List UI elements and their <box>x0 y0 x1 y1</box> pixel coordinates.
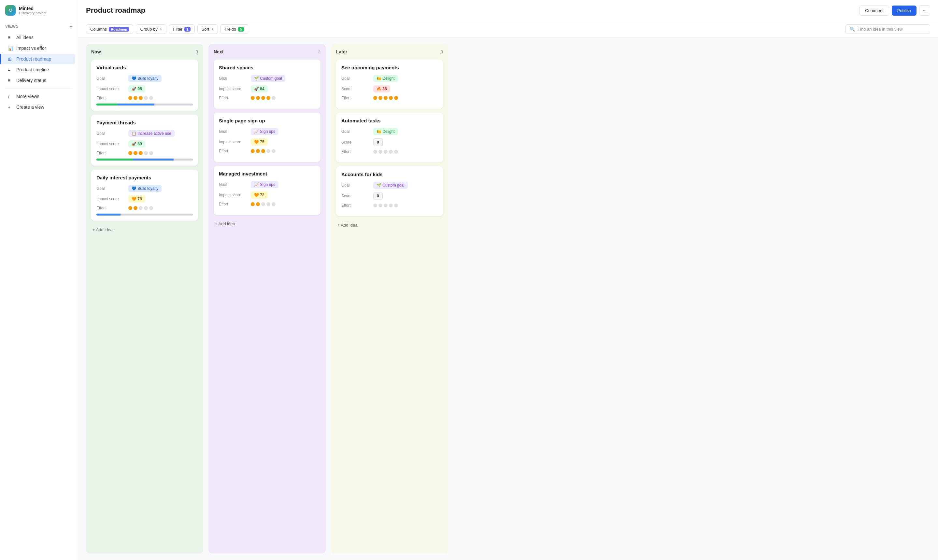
search-box[interactable]: 🔍 Find an idea in this view <box>846 25 930 34</box>
effort-dot-filled <box>134 96 137 100</box>
filter-button[interactable]: Filter 1 <box>169 25 195 34</box>
card-effort-field: Effort <box>219 96 315 100</box>
effort-dot-filled <box>139 151 143 155</box>
sidebar-item-product-timeline[interactable]: ≡ Product timeline <box>3 65 75 75</box>
nav-divider <box>5 88 72 89</box>
card-title: See upcoming payments <box>341 65 438 70</box>
sidebar-nav: ≡ All ideas 📊 Impact vs effor ⊞ Product … <box>0 32 78 113</box>
column-title: Now <box>91 49 101 54</box>
sidebar-item-impact-vs-effort[interactable]: 📊 Impact vs effor <box>3 43 75 53</box>
add-view-button[interactable]: + <box>69 23 72 29</box>
effort-label: Effort <box>219 149 248 153</box>
effort-dots <box>373 150 398 154</box>
effort-dot-filled <box>256 96 260 100</box>
effort-dot-empty <box>272 96 276 100</box>
effort-dots <box>373 203 398 208</box>
add-idea-button-next[interactable]: + Add idea <box>214 219 320 229</box>
effort-dot-filled <box>394 96 398 100</box>
effort-dot-empty <box>261 202 265 206</box>
card-score-field: Impact score 🧡 72 <box>219 191 315 198</box>
effort-dot-empty <box>149 151 153 155</box>
effort-dot-empty <box>379 150 382 154</box>
card-goal-field: Goal 📈 Sign ups <box>219 128 315 135</box>
effort-dot-filled <box>261 96 265 100</box>
column-count: 3 <box>318 49 320 54</box>
publish-button[interactable]: Publish <box>892 6 917 15</box>
card-see-upcoming-payments[interactable]: See upcoming payments Goal 🍋 Delight Sco… <box>336 60 443 109</box>
sidebar-item-all-ideas[interactable]: ≡ All ideas <box>3 32 75 43</box>
card-effort-field: Effort <box>96 151 193 155</box>
card-payment-threads[interactable]: Payment threads Goal 📋 Increase active u… <box>91 115 198 166</box>
add-idea-button-now[interactable]: + Add idea <box>91 225 198 235</box>
card-score-field: Impact score 🧡 78 <box>96 195 193 203</box>
score-label: Score <box>341 87 371 91</box>
add-idea-button-later[interactable]: + Add idea <box>336 220 443 230</box>
goal-label: Goal <box>96 76 126 81</box>
more-options-button[interactable]: ··· <box>919 5 930 15</box>
column-count: 3 <box>196 49 198 54</box>
app-logo: M Minted Discovery project <box>0 5 78 22</box>
effort-dot-empty <box>149 96 153 100</box>
group-by-button[interactable]: Group by + <box>136 25 166 34</box>
sidebar-item-delivery-status[interactable]: ≡ Delivery status <box>3 75 75 86</box>
columns-button[interactable]: Columns Roadmap <box>86 25 133 34</box>
effort-dot-empty <box>266 202 270 206</box>
goal-label: Goal <box>96 186 126 191</box>
card-managed-investment[interactable]: Managed investment Goal 📈 Sign ups Impac… <box>214 166 320 215</box>
header-actions: Comment Publish ··· <box>859 5 930 15</box>
progress-segment <box>96 158 133 160</box>
effort-dot-empty <box>272 202 276 206</box>
card-score-field: Impact score 🚀 89 <box>96 140 193 148</box>
effort-label: Effort <box>341 96 371 100</box>
effort-dots <box>128 96 153 100</box>
goal-label: Goal <box>219 76 248 81</box>
effort-dot-filled <box>134 206 137 210</box>
effort-dots <box>251 202 276 206</box>
card-goal-field: Goal 🌱 Custom goal <box>219 75 315 82</box>
effort-dots <box>128 206 153 210</box>
effort-dot-empty <box>266 149 270 153</box>
card-virtual-cards[interactable]: Virtual cards Goal 💙 Build loyalty Impac… <box>91 60 198 111</box>
goal-badge: 🍋 Delight <box>373 75 398 82</box>
score-badge: 0 <box>373 138 383 146</box>
toolbar: Columns Roadmap Group by + Filter 1 Sort… <box>78 21 938 37</box>
effort-dot-filled <box>261 149 265 153</box>
sidebar-item-product-roadmap[interactable]: ⊞ Product roadmap <box>0 54 75 64</box>
card-title: Managed investment <box>219 171 315 177</box>
sidebar-item-more-views[interactable]: › More views <box>3 91 75 102</box>
sort-button[interactable]: Sort + <box>197 25 218 34</box>
app-subtitle: Discovery project <box>19 11 46 15</box>
sort-label: Sort <box>202 27 209 32</box>
card-automated-tasks[interactable]: Automated tasks Goal 🍋 Delight Score 0 E… <box>336 113 443 163</box>
card-score-field: Impact score 🚀 95 <box>96 85 193 92</box>
group-by-plus: + <box>160 27 162 32</box>
card-score-field: Score 0 <box>341 138 438 146</box>
card-goal-field: Goal 📋 Increase active use <box>96 130 193 137</box>
card-goal-field: Goal 💙 Build loyalty <box>96 75 193 82</box>
card-single-page-sign-up[interactable]: Single page sign up Goal 📈 Sign ups Impa… <box>214 113 320 162</box>
fields-button[interactable]: Fields 5 <box>220 25 248 34</box>
board: Now 3 Virtual cards Goal 💙 Build loyalty… <box>78 37 938 560</box>
sidebar-item-label: All ideas <box>16 35 34 40</box>
card-daily-interest-payments[interactable]: Daily interest payments Goal 💙 Build loy… <box>91 170 198 221</box>
app-name: Minted <box>19 6 46 11</box>
sidebar-item-label: Impact vs effor <box>16 46 46 51</box>
effort-dot-filled <box>139 96 143 100</box>
card-effort-field: Effort <box>341 96 438 100</box>
goal-label: Goal <box>219 182 248 187</box>
effort-dot-filled <box>256 149 260 153</box>
sidebar-item-create-view[interactable]: + Create a view <box>3 102 75 112</box>
card-effort-field: Effort <box>219 202 315 206</box>
comment-button[interactable]: Comment <box>859 6 889 15</box>
effort-dot-empty <box>394 203 398 208</box>
score-label: Impact score <box>96 142 126 146</box>
more-views-label: More views <box>16 94 39 99</box>
effort-dot-filled <box>251 149 255 153</box>
card-accounts-for-kids[interactable]: Accounts for kids Goal 🌱 Custom goal Sco… <box>336 166 443 216</box>
effort-dot-empty <box>379 203 382 208</box>
score-badge: 🧡 75 <box>251 138 268 146</box>
card-title: Payment threads <box>96 120 193 125</box>
card-shared-spaces[interactable]: Shared spaces Goal 🌱 Custom goal Impact … <box>214 60 320 109</box>
card-effort-field: Effort <box>96 96 193 100</box>
card-effort-field: Effort <box>341 203 438 208</box>
